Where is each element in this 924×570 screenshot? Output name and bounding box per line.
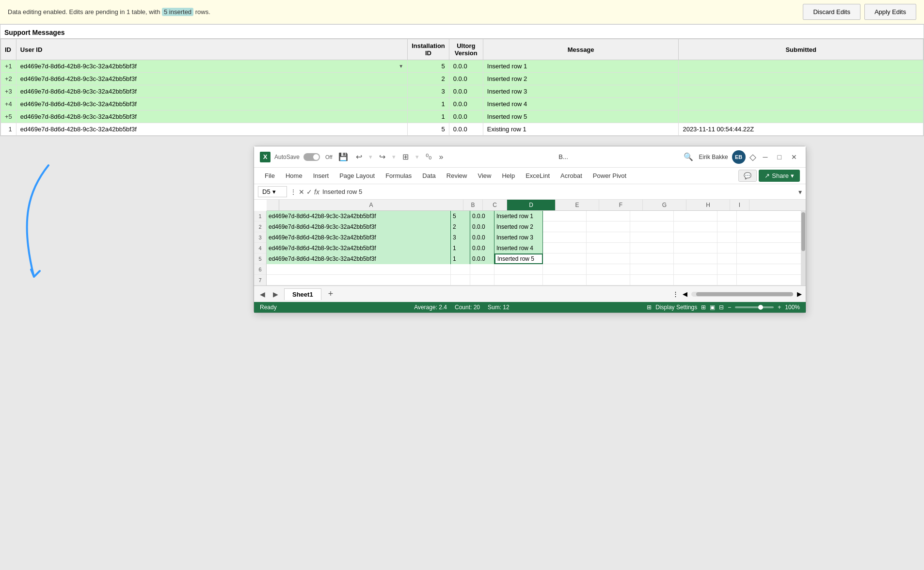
cell-G5[interactable] xyxy=(630,253,674,264)
cell-reference-box[interactable]: D5 ▾ xyxy=(258,186,287,197)
cell-E7[interactable] xyxy=(543,275,587,285)
col-header-H[interactable]: H xyxy=(686,200,730,210)
zoom-minus[interactable]: − xyxy=(728,304,731,311)
dropdown-arrow-icon[interactable]: ▼ xyxy=(398,63,403,69)
formula-cancel-icon[interactable]: ✕ xyxy=(299,188,304,196)
menu-acrobat[interactable]: Acrobat xyxy=(556,170,587,181)
formula-expand-icon[interactable]: ▾ xyxy=(798,188,802,196)
menu-file[interactable]: File xyxy=(260,170,280,181)
cell-C1[interactable]: 0.0.0 xyxy=(470,211,494,222)
cell-F6[interactable] xyxy=(587,264,630,275)
menu-insert[interactable]: Insert xyxy=(308,170,334,181)
col-header-B[interactable]: B xyxy=(463,200,483,210)
menu-formulas[interactable]: Formulas xyxy=(381,170,416,181)
cell-D3[interactable]: Inserted row 3 xyxy=(494,232,543,243)
cell-G1[interactable] xyxy=(630,211,674,222)
autosave-toggle[interactable] xyxy=(303,153,320,161)
cell-H6[interactable] xyxy=(674,264,717,275)
cell-C4[interactable]: 0.0.0 xyxy=(470,243,494,253)
cell-G6[interactable] xyxy=(630,264,674,275)
table-row[interactable]: +4ed469e7d-8d6d-42b8-9c3c-32a42bb5bf3f10… xyxy=(1,98,924,111)
table-row[interactable]: +3ed469e7d-8d6d-42b8-9c3c-32a42bb5bf3f30… xyxy=(1,85,924,98)
row-num-6[interactable]: 6 xyxy=(254,264,266,275)
row-num-3[interactable]: 3 xyxy=(254,232,266,243)
cell-C7[interactable] xyxy=(470,275,494,285)
close-button[interactable]: ✕ xyxy=(788,152,800,162)
menu-data[interactable]: Data xyxy=(417,170,440,181)
row-num-7[interactable]: 7 xyxy=(254,275,266,285)
cell-B1[interactable]: 5 xyxy=(451,211,470,222)
formula-confirm-icon[interactable]: ✓ xyxy=(306,188,312,196)
vertical-scrollbar[interactable] xyxy=(801,210,806,285)
cell-I4[interactable] xyxy=(717,243,737,253)
cell-C3[interactable]: 0.0.0 xyxy=(470,232,494,243)
table-row[interactable]: 1ed469e7d-8d6d-42b8-9c3c-32a42bb5bf3f50.… xyxy=(1,123,924,136)
cell-A5[interactable]: ed469e7d-8d6d-42b8-9c3c-32a42bb5bf3f xyxy=(267,253,451,264)
zoom-plus[interactable]: + xyxy=(778,304,781,311)
cell-userid[interactable]: ed469e7d-8d6d-42b8-9c3c-32a42bb5bf3f▼ xyxy=(16,60,407,73)
menu-power-pivot[interactable]: Power Pivot xyxy=(588,170,631,181)
cell-G2[interactable] xyxy=(630,222,674,232)
cell-I3[interactable] xyxy=(717,232,737,243)
col-header-I[interactable]: I xyxy=(730,200,749,210)
apply-edits-button[interactable]: Apply Edits xyxy=(864,4,916,20)
cell-E2[interactable] xyxy=(543,222,587,232)
grid-view-icon[interactable]: ⊞ xyxy=(701,304,706,311)
cell-F4[interactable] xyxy=(587,243,630,253)
col-header-D[interactable]: D xyxy=(507,200,556,210)
zoom-slider[interactable] xyxy=(735,306,774,308)
save-icon[interactable]: 💾 xyxy=(336,151,350,162)
comments-button[interactable]: 💬 xyxy=(738,170,757,182)
cell-E3[interactable] xyxy=(543,232,587,243)
format-icon[interactable]: ⁰₀ xyxy=(424,151,433,162)
h-scroll-next[interactable]: ▶ xyxy=(797,290,802,298)
cell-F3[interactable] xyxy=(587,232,630,243)
sheet-next-button[interactable]: ▶ xyxy=(271,289,280,299)
menu-page-layout[interactable]: Page Layout xyxy=(335,170,380,181)
cell-H5[interactable] xyxy=(674,253,717,264)
display-settings-label[interactable]: Display Settings xyxy=(655,304,697,311)
row-num-2[interactable]: 2 xyxy=(254,222,266,232)
cell-A1[interactable]: ed469e7d-8d6d-42b8-9c3c-32a42bb5bf3f xyxy=(267,211,451,222)
cell-A2[interactable]: ed469e7d-8d6d-42b8-9c3c-32a42bb5bf3f xyxy=(267,222,451,232)
cell-F5[interactable] xyxy=(587,253,630,264)
cell-C5[interactable]: 0.0.0 xyxy=(470,253,494,264)
cell-G7[interactable] xyxy=(630,275,674,285)
cell-I7[interactable] xyxy=(717,275,737,285)
col-header-G[interactable]: G xyxy=(643,200,686,210)
col-header-A[interactable]: A xyxy=(279,200,463,210)
cell-I6[interactable] xyxy=(717,264,737,275)
search-icon[interactable]: 🔍 xyxy=(682,151,695,162)
cell-I1[interactable] xyxy=(717,211,737,222)
cell-B3[interactable]: 3 xyxy=(451,232,470,243)
redo-icon[interactable]: ↪ xyxy=(377,151,387,162)
cell-C6[interactable] xyxy=(470,264,494,275)
cell-F7[interactable] xyxy=(587,275,630,285)
tabbar-menu-icon[interactable]: ⋮ xyxy=(672,290,679,298)
sheet-prev-button[interactable]: ◀ xyxy=(258,289,267,299)
menu-excelint[interactable]: ExceLint xyxy=(521,170,555,181)
maximize-button[interactable]: □ xyxy=(775,152,784,162)
grid-cells[interactable]: ed469e7d-8d6d-42b8-9c3c-32a42bb5bf3f50.0… xyxy=(267,211,806,285)
diamond-icon[interactable]: ◇ xyxy=(749,152,756,162)
cell-E4[interactable] xyxy=(543,243,587,253)
cell-H3[interactable] xyxy=(674,232,717,243)
menu-help[interactable]: Help xyxy=(497,170,520,181)
cell-H2[interactable] xyxy=(674,222,717,232)
cell-A7[interactable] xyxy=(267,275,451,285)
cell-B6[interactable] xyxy=(451,264,470,275)
menu-view[interactable]: View xyxy=(473,170,496,181)
cell-A3[interactable]: ed469e7d-8d6d-42b8-9c3c-32a42bb5bf3f xyxy=(267,232,451,243)
row-num-1[interactable]: 1 xyxy=(254,211,266,222)
cell-D2[interactable]: Inserted row 2 xyxy=(494,222,543,232)
discard-edits-button[interactable]: Discard Edits xyxy=(803,4,860,20)
cell-H4[interactable] xyxy=(674,243,717,253)
cell-A4[interactable]: ed469e7d-8d6d-42b8-9c3c-32a42bb5bf3f xyxy=(267,243,451,253)
more-icon[interactable]: » xyxy=(437,152,446,162)
add-sheet-button[interactable]: + xyxy=(325,288,336,300)
table-row[interactable]: +1ed469e7d-8d6d-42b8-9c3c-32a42bb5bf3f▼5… xyxy=(1,60,924,73)
row-num-5[interactable]: 5 xyxy=(254,253,266,264)
menu-review[interactable]: Review xyxy=(442,170,472,181)
display-settings-icon[interactable]: ⊞ xyxy=(647,304,652,311)
cell-D7[interactable] xyxy=(494,275,543,285)
